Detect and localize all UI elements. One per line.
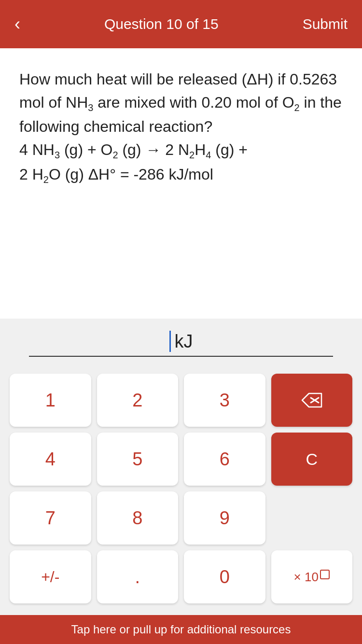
question-progress: Question 10 of 15 xyxy=(104,16,219,32)
question-text: How much heat will be released (ΔH) if 0… xyxy=(19,68,343,187)
input-field[interactable]: kJ xyxy=(29,331,333,357)
backspace-icon xyxy=(300,392,323,409)
key-exponent[interactable]: × 10 xyxy=(271,550,353,603)
exponent-box xyxy=(320,570,330,579)
bottom-bar-text: Tap here or pull up for additional resou… xyxy=(71,623,291,636)
key-backspace[interactable] xyxy=(271,374,353,427)
key-decimal[interactable]: . xyxy=(97,550,179,603)
back-button[interactable]: ‹ xyxy=(14,15,20,33)
x10-label: × 10 xyxy=(294,570,319,585)
svg-marker-0 xyxy=(302,393,321,407)
submit-button[interactable]: Submit xyxy=(303,16,348,32)
key-2[interactable]: 2 xyxy=(97,374,179,427)
text-cursor xyxy=(169,331,171,352)
key-3[interactable]: 3 xyxy=(184,374,265,427)
key-sign[interactable]: +/- xyxy=(10,550,91,603)
keypad-section: 1 2 3 4 5 6 C 7 8 9 +/- . 0 × 10 xyxy=(0,364,362,613)
header: ‹ Question 10 of 15 Submit xyxy=(0,0,362,48)
key-5[interactable]: 5 xyxy=(97,433,179,486)
key-9[interactable]: 9 xyxy=(184,491,265,545)
key-4[interactable]: 4 xyxy=(10,433,91,486)
bottom-bar[interactable]: Tap here or pull up for additional resou… xyxy=(0,615,362,644)
key-0[interactable]: 0 xyxy=(184,550,265,603)
key-clear[interactable]: C xyxy=(271,433,353,486)
keypad: 1 2 3 4 5 6 C 7 8 9 +/- . 0 × 10 xyxy=(0,364,362,613)
key-6[interactable]: 6 xyxy=(184,433,265,486)
question-area: How much heat will be released (ΔH) if 0… xyxy=(0,48,362,319)
key-8[interactable]: 8 xyxy=(97,491,179,545)
key-7[interactable]: 7 xyxy=(10,491,91,545)
input-row: kJ xyxy=(0,319,362,364)
key-empty xyxy=(271,491,353,545)
unit-label: kJ xyxy=(175,331,193,352)
key-1[interactable]: 1 xyxy=(10,374,91,427)
